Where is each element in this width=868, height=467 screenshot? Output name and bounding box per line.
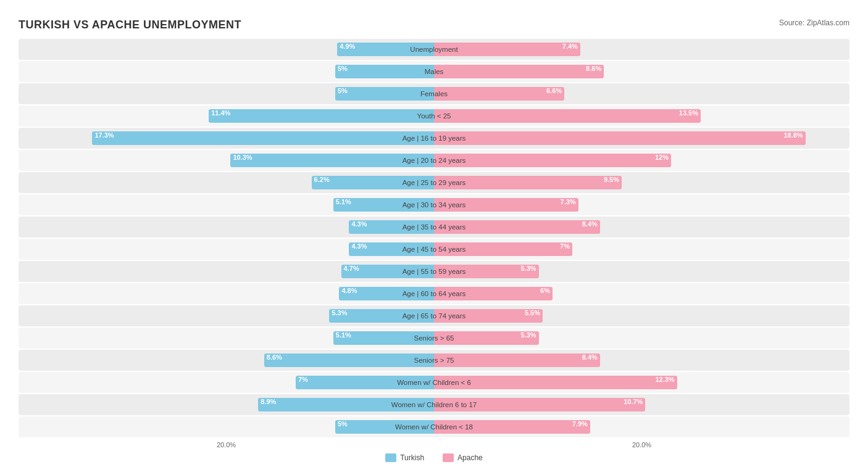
val-pink-inside: 5.5% bbox=[525, 309, 540, 316]
val-blue-inside: 5.3% bbox=[332, 309, 347, 316]
bar-blue: 5.1% bbox=[333, 198, 434, 212]
bar-pink: 8.4% bbox=[434, 353, 600, 367]
val-blue-inside: 11.4% bbox=[211, 109, 230, 117]
bar-pink: 18.8% bbox=[434, 131, 806, 145]
legend-apache-box bbox=[443, 453, 454, 462]
bar-blue: 11.4% bbox=[209, 109, 434, 123]
right-section: 8.4% bbox=[434, 217, 849, 238]
left-section: 6.2% bbox=[19, 172, 434, 193]
left-section: 4.9% bbox=[19, 39, 434, 60]
bar-inner: 5% Females 6.6% bbox=[19, 83, 849, 104]
bar-row: 8.6% Seniors > 75 8.4% bbox=[19, 350, 849, 371]
left-section: 4.3% bbox=[19, 217, 434, 238]
bar-pink: 8.6% bbox=[434, 65, 604, 78]
val-blue-inside: 7% bbox=[298, 376, 308, 383]
bar-blue: 17.3% bbox=[92, 131, 434, 145]
left-section: 7% bbox=[19, 372, 434, 393]
legend-turkish-label: Turkish bbox=[400, 453, 424, 462]
bar-inner: 17.3% Age | 16 to 19 years 18.8% bbox=[19, 128, 849, 149]
bar-inner: 8.6% Seniors > 75 8.4% bbox=[19, 350, 849, 371]
bar-inner: 5.1% Age | 30 to 34 years 7.3% bbox=[19, 194, 849, 215]
bar-blue: 8.9% bbox=[258, 398, 434, 411]
val-blue-inside: 5.1% bbox=[336, 331, 351, 339]
bar-row: 10.3% Age | 20 to 24 years 12% bbox=[19, 150, 849, 171]
bar-pink: 12.3% bbox=[434, 376, 677, 389]
bar-blue: 4.3% bbox=[349, 242, 434, 256]
val-pink-inside: 10.7% bbox=[624, 398, 643, 405]
bar-blue: 4.3% bbox=[349, 220, 434, 234]
left-section: 4.8% bbox=[19, 283, 434, 304]
val-blue-inside: 4.3% bbox=[351, 220, 367, 228]
right-section: 12% bbox=[434, 150, 849, 171]
right-section: 18.8% bbox=[434, 128, 849, 149]
bar-inner: 5.1% Seniors > 65 5.3% bbox=[19, 328, 849, 349]
axis-row: 20.0% 20.0% bbox=[19, 441, 849, 448]
bar-pink: 5.5% bbox=[434, 309, 543, 323]
bar-pink: 10.7% bbox=[434, 398, 645, 411]
val-pink-inside: 18.8% bbox=[783, 131, 803, 139]
val-pink-inside: 7.4% bbox=[562, 43, 578, 50]
val-blue-inside: 4.3% bbox=[351, 242, 367, 250]
bar-blue: 5% bbox=[335, 65, 434, 78]
val-pink-inside: 9.5% bbox=[604, 176, 619, 183]
left-section: 17.3% bbox=[19, 128, 434, 149]
axis-left: 20.0% bbox=[19, 441, 434, 448]
val-pink-inside: 13.5% bbox=[679, 109, 698, 117]
right-section: 6% bbox=[434, 283, 849, 304]
bar-inner: 4.9% Unemployment 7.4% bbox=[19, 39, 849, 60]
bar-blue: 10.3% bbox=[230, 154, 434, 167]
val-blue-inside: 10.3% bbox=[233, 154, 252, 161]
bar-row: 7% Women w/ Children < 6 12.3% bbox=[19, 372, 849, 393]
bar-row: 4.7% Age | 55 to 59 years 5.3% bbox=[19, 261, 849, 282]
right-section: 8.4% bbox=[434, 350, 849, 371]
bar-row: 4.8% Age | 60 to 64 years 6% bbox=[19, 283, 849, 304]
bar-row: 5.1% Seniors > 65 5.3% bbox=[19, 328, 849, 349]
val-pink-inside: 8.4% bbox=[582, 220, 598, 228]
bar-pink: 12% bbox=[434, 154, 671, 167]
val-pink-inside: 7.9% bbox=[572, 420, 588, 428]
val-blue-inside: 5.1% bbox=[336, 198, 351, 205]
bar-blue: 4.9% bbox=[337, 43, 434, 56]
right-section: 7% bbox=[434, 239, 849, 260]
chart-body: 4.9% Unemployment 7.4% 5% Males 8.6% bbox=[19, 39, 849, 437]
bar-pink: 7.3% bbox=[434, 198, 578, 212]
right-section: 7.9% bbox=[434, 416, 849, 437]
left-section: 5% bbox=[19, 416, 434, 437]
bar-blue: 8.6% bbox=[264, 353, 434, 367]
bar-pink: 7.4% bbox=[434, 43, 580, 56]
left-section: 5% bbox=[19, 83, 434, 104]
val-blue-inside: 5% bbox=[338, 420, 348, 428]
bar-row: 4.3% Age | 35 to 44 years 8.4% bbox=[19, 217, 849, 238]
bar-blue: 5.3% bbox=[329, 309, 434, 323]
bar-inner: 4.8% Age | 60 to 64 years 6% bbox=[19, 283, 849, 304]
bar-pink: 9.5% bbox=[434, 176, 622, 189]
bar-row: 4.3% Age | 45 to 54 years 7% bbox=[19, 239, 849, 260]
right-section: 5.5% bbox=[434, 305, 849, 326]
bar-row: 5% Males 8.6% bbox=[19, 61, 849, 82]
bar-inner: 5.3% Age | 65 to 74 years 5.5% bbox=[19, 305, 849, 326]
bar-inner: 10.3% Age | 20 to 24 years 12% bbox=[19, 150, 849, 171]
val-pink-inside: 7% bbox=[560, 242, 570, 250]
bar-blue: 7% bbox=[296, 376, 434, 389]
right-section: 7.4% bbox=[434, 39, 849, 60]
val-blue-inside: 17.3% bbox=[94, 131, 114, 139]
bar-pink: 7% bbox=[434, 242, 572, 256]
legend-turkish: Turkish bbox=[385, 453, 424, 462]
val-pink-inside: 6% bbox=[540, 287, 550, 294]
bar-row: 6.2% Age | 25 to 29 years 9.5% bbox=[19, 172, 849, 193]
left-section: 4.3% bbox=[19, 239, 434, 260]
legend-turkish-box bbox=[385, 453, 396, 462]
right-section: 9.5% bbox=[434, 172, 849, 193]
bar-blue: 5% bbox=[335, 420, 434, 434]
bar-inner: 5% Women w/ Children < 18 7.9% bbox=[19, 416, 849, 437]
left-section: 5% bbox=[19, 61, 434, 82]
left-section: 11.4% bbox=[19, 105, 434, 126]
bar-pink: 5.3% bbox=[434, 265, 539, 278]
right-section: 13.5% bbox=[434, 105, 849, 126]
val-pink-inside: 5.3% bbox=[521, 265, 536, 272]
right-section: 5.3% bbox=[434, 328, 849, 349]
val-pink-inside: 12% bbox=[655, 154, 669, 161]
bar-inner: 6.2% Age | 25 to 29 years 9.5% bbox=[19, 172, 849, 193]
val-pink-inside: 12.3% bbox=[655, 376, 674, 383]
legend-apache: Apache bbox=[443, 453, 483, 462]
